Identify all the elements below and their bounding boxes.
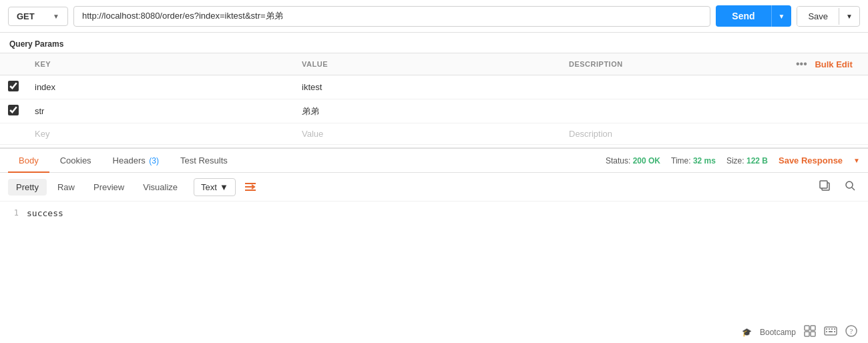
subtab-preview[interactable]: Preview bbox=[85, 179, 132, 196]
row-desc-1[interactable] bbox=[561, 99, 788, 123]
url-input[interactable] bbox=[73, 6, 710, 27]
row-key-0[interactable]: index bbox=[27, 75, 294, 99]
row-value-0[interactable]: iktest bbox=[294, 75, 561, 99]
search-icon bbox=[844, 180, 856, 192]
svg-rect-17 bbox=[829, 331, 833, 332]
size-label: Size: 122 B bbox=[726, 156, 768, 165]
status-label: Status: 200 OK bbox=[606, 156, 660, 165]
row-checkbox-cell bbox=[0, 99, 27, 123]
copy-button[interactable] bbox=[815, 177, 835, 197]
send-dropdown-button[interactable]: ▼ bbox=[771, 5, 792, 27]
svg-rect-9 bbox=[805, 332, 809, 336]
keyboard-icon bbox=[824, 326, 837, 338]
svg-point-5 bbox=[846, 182, 853, 188]
send-btn-group: Send ▼ bbox=[716, 5, 791, 27]
tab-test-results[interactable]: Test Results bbox=[170, 149, 238, 172]
response-section: Body Cookies Headers (3) Test Results St… bbox=[0, 147, 868, 225]
col-value-header: VALUE bbox=[294, 53, 561, 75]
placeholder-check-cell bbox=[0, 123, 27, 145]
save-response-dropdown[interactable]: ▼ bbox=[853, 157, 860, 164]
svg-rect-8 bbox=[811, 326, 815, 330]
svg-rect-18 bbox=[834, 331, 835, 332]
params-table: KEY VALUE DESCRIPTION ••• Bulk Edit inde… bbox=[0, 53, 868, 145]
bottom-bar: 🎓 Bootcamp ? bbox=[731, 321, 868, 343]
more-options-button[interactable]: ••• bbox=[796, 58, 807, 70]
svg-rect-16 bbox=[826, 331, 827, 332]
svg-rect-10 bbox=[811, 332, 815, 336]
response-body: 1 success bbox=[0, 202, 868, 225]
row-checkbox-0[interactable] bbox=[8, 81, 19, 91]
help-icon: ? bbox=[845, 325, 857, 339]
response-toolbar: Pretty Raw Preview Visualize Text ▼ bbox=[0, 173, 868, 202]
row-actions-1 bbox=[788, 99, 868, 123]
col-check bbox=[0, 53, 27, 75]
subtab-visualize[interactable]: Visualize bbox=[135, 179, 186, 196]
format-chevron-icon: ▼ bbox=[220, 182, 228, 192]
save-btn-group: Save ▼ bbox=[797, 6, 860, 27]
format-dropdown[interactable]: Text ▼ bbox=[194, 178, 236, 196]
method-chevron-icon: ▼ bbox=[53, 13, 59, 20]
tabs-header: Body Cookies Headers (3) Test Results St… bbox=[0, 149, 868, 173]
col-key-header: KEY bbox=[27, 53, 294, 75]
query-params-label: Query Params bbox=[0, 33, 868, 53]
col-desc-header: DESCRIPTION bbox=[561, 53, 788, 75]
placeholder-value[interactable]: Value bbox=[294, 123, 561, 145]
save-dropdown-button[interactable]: ▼ bbox=[839, 8, 859, 25]
subtab-pretty[interactable]: Pretty bbox=[8, 179, 47, 196]
method-label: GET bbox=[17, 11, 35, 21]
toolbar-right bbox=[815, 177, 860, 197]
time-value: 32 ms bbox=[693, 156, 716, 165]
bootcamp-label[interactable]: Bootcamp bbox=[760, 328, 796, 337]
svg-text:?: ? bbox=[850, 327, 853, 335]
wrap-button[interactable] bbox=[238, 177, 262, 197]
bulk-edit-button[interactable]: Bulk Edit bbox=[815, 59, 852, 69]
svg-line-6 bbox=[852, 188, 855, 190]
tab-cookies[interactable]: Cookies bbox=[49, 149, 102, 172]
method-dropdown[interactable]: GET ▼ bbox=[8, 7, 68, 26]
tab-headers[interactable]: Headers (3) bbox=[102, 149, 170, 172]
row-checkbox-cell bbox=[0, 75, 27, 99]
save-response-button[interactable]: Save Response bbox=[779, 155, 843, 165]
tab-body[interactable]: Body bbox=[8, 149, 49, 172]
col-actions-header: ••• Bulk Edit bbox=[788, 53, 868, 75]
placeholder-actions bbox=[788, 123, 868, 145]
svg-rect-15 bbox=[834, 328, 835, 330]
row-actions-0 bbox=[788, 75, 868, 99]
row-checkbox-1[interactable] bbox=[8, 105, 19, 115]
svg-rect-12 bbox=[826, 328, 827, 330]
svg-rect-13 bbox=[829, 328, 830, 330]
response-line: 1 success bbox=[0, 207, 868, 220]
row-value-1[interactable]: 弟弟 bbox=[294, 99, 561, 123]
format-label: Text bbox=[201, 182, 217, 192]
status-area: Status: 200 OK Time: 32 ms Size: 122 B S… bbox=[606, 155, 860, 165]
save-button[interactable]: Save bbox=[797, 7, 839, 26]
size-value: 122 B bbox=[746, 156, 768, 165]
line-content: success bbox=[27, 208, 63, 218]
status-value: 200 OK bbox=[633, 156, 660, 165]
row-key-1[interactable]: str bbox=[27, 99, 294, 123]
headers-badge: (3) bbox=[149, 156, 159, 165]
table-row: str 弟弟 bbox=[0, 99, 868, 123]
wrap-icon bbox=[244, 180, 257, 194]
subtab-raw[interactable]: Raw bbox=[49, 179, 83, 196]
svg-rect-7 bbox=[805, 326, 809, 330]
send-button[interactable]: Send bbox=[716, 5, 771, 27]
copy-icon bbox=[819, 180, 831, 192]
bootcamp-icon: 🎓 bbox=[742, 328, 752, 337]
svg-rect-14 bbox=[831, 328, 833, 330]
line-number: 1 bbox=[0, 208, 27, 218]
placeholder-desc[interactable]: Description bbox=[561, 123, 788, 145]
time-label: Time: 32 ms bbox=[671, 156, 716, 165]
table-row: index iktest bbox=[0, 75, 868, 99]
svg-rect-4 bbox=[820, 181, 827, 188]
placeholder-key[interactable]: Key bbox=[27, 123, 294, 145]
request-bar: GET ▼ Send ▼ Save ▼ bbox=[0, 0, 868, 33]
search-button[interactable] bbox=[840, 177, 860, 197]
placeholder-row: Key Value Description bbox=[0, 123, 868, 145]
row-desc-0[interactable] bbox=[561, 75, 788, 99]
grid-icon bbox=[804, 325, 816, 339]
